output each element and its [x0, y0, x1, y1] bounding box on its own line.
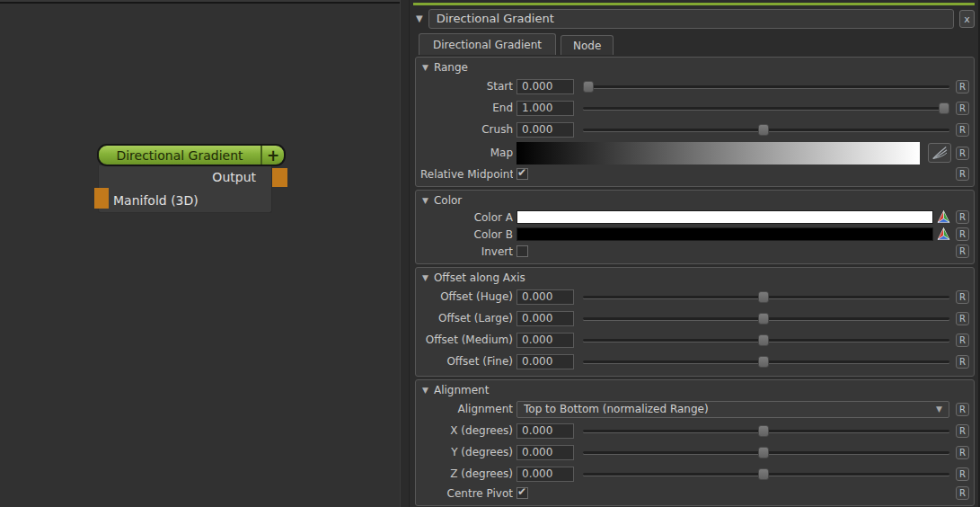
node-input-label: Manifold (3D)	[113, 193, 199, 208]
param-label: End	[420, 102, 513, 114]
offset-fine-slider[interactable]	[583, 355, 949, 369]
curve-icon	[931, 146, 949, 160]
tab-node[interactable]: Node	[561, 35, 614, 55]
slider-handle[interactable]	[939, 102, 949, 114]
properties-panel: ▼ Directional Gradient x Directional Gra…	[410, 0, 980, 507]
offset-medium-slider[interactable]	[583, 334, 949, 347]
reset-button[interactable]: R	[956, 147, 969, 160]
collapse-icon[interactable]: ▼	[416, 14, 423, 23]
section-range-header[interactable]: ▼ Range	[420, 59, 969, 76]
section-title: Range	[434, 61, 468, 74]
reset-button[interactable]: R	[956, 102, 969, 115]
node-name-field[interactable]: Directional Gradient	[428, 9, 954, 29]
section-color-header[interactable]: ▼ Color	[420, 192, 969, 209]
param-label: Offset (Fine)	[420, 355, 513, 368]
node-graph-canvas[interactable]: Directional Gradient + Output Manifold (…	[0, 0, 400, 507]
centre-pivot-checkbox[interactable]: ✔	[516, 487, 528, 499]
reset-button[interactable]: R	[956, 123, 969, 137]
end-slider[interactable]	[583, 102, 949, 115]
z-degrees-input[interactable]: 0.000	[516, 467, 574, 482]
crush-slider[interactable]	[583, 123, 949, 137]
slider-handle[interactable]	[758, 313, 769, 325]
color-a-swatch[interactable]	[516, 210, 933, 224]
offset-medium-input[interactable]: 0.000	[516, 333, 574, 348]
section-offset-along-axis: ▼ Offset along Axis Offset (Huge) 0.000 …	[415, 267, 975, 377]
crush-value-input[interactable]: 0.000	[516, 122, 574, 138]
offset-large-input[interactable]: 0.000	[516, 311, 574, 326]
section-title: Color	[434, 194, 462, 207]
reset-button[interactable]: R	[956, 312, 969, 325]
alignment-dropdown[interactable]: Top to Bottom (normalized Range) ▼	[516, 401, 949, 418]
edit-curve-button[interactable]	[928, 143, 951, 163]
check-icon: ✔	[517, 485, 526, 498]
param-label: Offset (Large)	[420, 312, 513, 325]
relative-midpoint-checkbox[interactable]: ✔	[516, 168, 528, 180]
reset-button[interactable]: R	[956, 334, 969, 347]
color-b-swatch[interactable]	[516, 227, 933, 241]
z-degrees-slider[interactable]	[583, 467, 949, 481]
param-row-y-degrees: Y (degrees) 0.000 R	[420, 441, 969, 463]
node-body[interactable]: Output Manifold (3D)	[98, 165, 272, 213]
reset-button[interactable]: R	[956, 245, 969, 258]
section-color: ▼ Color Color A R Color B R Invert	[415, 190, 975, 264]
collapse-icon: ▼	[422, 274, 428, 282]
reset-button[interactable]: R	[956, 424, 969, 438]
slider-handle[interactable]	[758, 334, 769, 346]
gradient-map-preview[interactable]	[516, 142, 920, 165]
section-alignment-header[interactable]: ▼ Alignment	[420, 382, 969, 398]
param-label: X (degrees)	[420, 424, 513, 437]
section-title: Offset along Axis	[434, 271, 525, 284]
slider-handle[interactable]	[758, 356, 769, 368]
node-output-port[interactable]	[272, 168, 287, 187]
invert-checkbox[interactable]	[516, 245, 528, 257]
slider-handle[interactable]	[758, 447, 769, 458]
reset-button[interactable]: R	[956, 290, 969, 304]
offset-huge-slider[interactable]	[583, 290, 949, 304]
param-label: Crush	[420, 123, 513, 136]
param-row-relative-midpoint: Relative Midpoint ✔ R	[420, 165, 969, 182]
offset-large-slider[interactable]	[583, 312, 949, 325]
slider-handle[interactable]	[758, 468, 769, 480]
slider-handle[interactable]	[758, 291, 769, 303]
x-degrees-slider[interactable]	[583, 424, 949, 438]
param-row-map: Map R	[420, 140, 969, 165]
start-value-input[interactable]: 0.000	[516, 79, 574, 94]
slider-track	[583, 107, 949, 110]
collapse-icon: ▼	[422, 387, 428, 395]
reset-button[interactable]: R	[956, 467, 969, 481]
node-add-button[interactable]: +	[260, 146, 284, 165]
reset-button[interactable]: R	[956, 227, 969, 241]
close-icon[interactable]: x	[959, 10, 975, 28]
y-degrees-input[interactable]: 0.000	[516, 445, 574, 460]
color-picker-icon[interactable]	[937, 210, 950, 224]
param-row-offset-large: Offset (Large) 0.000 R	[420, 307, 969, 329]
reset-button[interactable]: R	[956, 80, 969, 93]
slider-handle[interactable]	[758, 425, 769, 437]
reset-button[interactable]: R	[956, 486, 969, 500]
section-offset-header[interactable]: ▼ Offset along Axis	[420, 270, 969, 286]
offset-huge-input[interactable]: 0.000	[516, 289, 574, 305]
reset-button[interactable]: R	[956, 167, 969, 181]
end-value-input[interactable]: 1.000	[516, 101, 574, 116]
y-degrees-slider[interactable]	[583, 446, 949, 459]
offset-fine-input[interactable]: 0.000	[516, 354, 574, 369]
slider-handle[interactable]	[583, 81, 594, 93]
param-label: Color B	[420, 228, 513, 241]
node-input-port[interactable]	[94, 188, 109, 209]
param-row-alignment: Alignment Top to Bottom (normalized Rang…	[420, 398, 969, 420]
reset-button[interactable]: R	[956, 355, 969, 369]
color-picker-icon[interactable]	[937, 227, 950, 241]
tab-directional-gradient[interactable]: Directional Gradient	[419, 33, 556, 55]
reset-button[interactable]: R	[956, 403, 969, 416]
x-degrees-input[interactable]: 0.000	[516, 423, 574, 439]
section-range: ▼ Range Start 0.000 R End 1.000 R Crush …	[415, 57, 975, 187]
tab-bar: Directional Gradient Node	[410, 34, 978, 55]
reset-button[interactable]: R	[956, 210, 969, 224]
panel-divider[interactable]	[400, 0, 410, 507]
reset-button[interactable]: R	[956, 446, 969, 459]
alignment-dropdown-value: Top to Bottom (normalized Range)	[524, 403, 936, 415]
param-label: Alignment	[420, 403, 513, 415]
slider-handle[interactable]	[758, 124, 769, 136]
start-slider[interactable]	[583, 80, 949, 93]
node-header[interactable]: Directional Gradient +	[97, 144, 286, 166]
